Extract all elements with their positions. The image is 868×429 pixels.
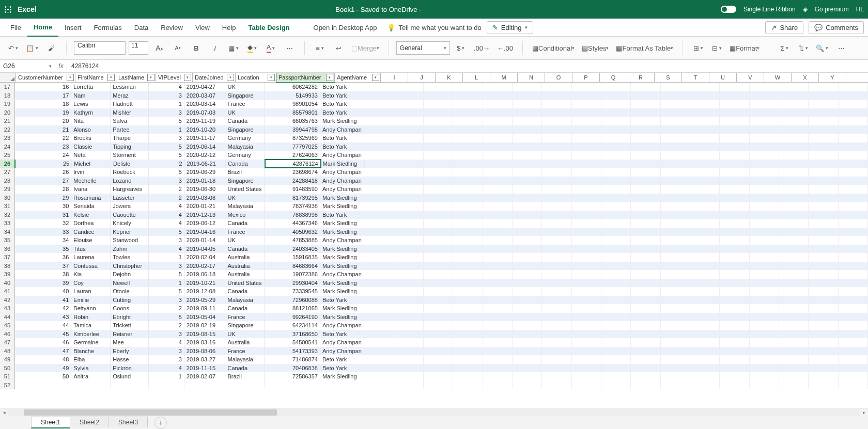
horizontal-scrollbar[interactable]: ◂ ▸ (0, 408, 868, 417)
cell-empty[interactable] (839, 236, 868, 245)
tab-review[interactable]: Review (154, 19, 189, 36)
cell-empty[interactable] (364, 185, 394, 194)
cell-empty[interactable] (424, 202, 453, 211)
cell[interactable]: 1 (149, 125, 184, 134)
cell[interactable]: Tipping (111, 142, 149, 151)
cell[interactable]: 39 (15, 279, 71, 288)
cell-empty[interactable] (513, 270, 542, 279)
cell-empty[interactable] (483, 279, 513, 288)
cell-empty[interactable] (631, 270, 660, 279)
cell-empty[interactable] (364, 355, 394, 364)
row-header[interactable]: 29 (0, 185, 15, 194)
table-row[interactable]: 3534ElouiseStanwood32020-01-14UK47853885… (0, 236, 868, 245)
cell-empty[interactable] (601, 151, 631, 160)
cell[interactable]: Classie (71, 142, 111, 151)
cell[interactable]: 5 (149, 117, 184, 125)
row-header[interactable]: 34 (0, 228, 15, 236)
cell-empty[interactable] (424, 151, 453, 160)
paste-button[interactable]: 📋 (24, 41, 40, 55)
cell-empty[interactable] (809, 134, 838, 142)
cell-empty[interactable] (542, 117, 571, 125)
cell-empty[interactable] (424, 117, 453, 125)
row-header[interactable]: 35 (0, 236, 15, 245)
cell-empty[interactable] (690, 279, 720, 288)
app-launcher-icon[interactable] (4, 6, 11, 13)
cell-empty[interactable] (809, 83, 838, 91)
cell[interactable]: Dorthea (71, 219, 111, 228)
table-row[interactable]: 3332DortheaKnicely42019-06-12Canada44367… (0, 219, 868, 228)
cell-empty[interactable] (542, 151, 571, 160)
cell[interactable]: Kepner (111, 228, 149, 236)
cell[interactable]: 47 (15, 347, 71, 356)
row-header[interactable]: 51 (0, 372, 15, 381)
cell[interactable]: 54500541 (265, 338, 320, 347)
column-header-passportnumber[interactable]: PassportNumber▾ (276, 73, 335, 82)
cell[interactable]: Beto Yark (320, 100, 364, 108)
cell-empty[interactable] (601, 211, 631, 219)
cell-empty[interactable] (572, 83, 601, 91)
cell-empty[interactable] (542, 219, 571, 228)
cell-empty[interactable] (394, 168, 424, 177)
cell-empty[interactable] (690, 381, 720, 390)
cell-empty[interactable] (720, 236, 749, 245)
cell-empty[interactable] (572, 194, 601, 202)
cell[interactable]: Roebuck (111, 168, 149, 177)
cell-empty[interactable] (631, 321, 660, 330)
cell[interactable]: Nita (71, 117, 111, 125)
cell-empty[interactable] (779, 202, 809, 211)
cell-empty[interactable] (483, 338, 513, 347)
cell[interactable]: Irvin (71, 168, 111, 177)
cell-empty[interactable] (513, 160, 542, 168)
cell[interactable]: Towles (111, 253, 149, 262)
cell[interactable]: Mark Siedling (320, 313, 364, 322)
cell[interactable]: Newell (111, 279, 149, 288)
cell[interactable]: 2019-05-04 (184, 313, 226, 322)
cell-empty[interactable] (394, 100, 424, 108)
filter-dropdown-icon[interactable]: ▾ (107, 74, 115, 81)
shrink-font-button[interactable]: A▾ (170, 41, 185, 55)
cell-empty[interactable] (720, 347, 749, 356)
cell-empty[interactable] (690, 287, 720, 296)
ribbon-overflow-button[interactable]: ⋯ (833, 41, 849, 55)
cell-empty[interactable] (601, 321, 631, 330)
conditional-format-button[interactable]: ▦ Conditional ▾ (530, 41, 577, 55)
cell[interactable]: 1 (149, 253, 184, 262)
cell[interactable]: Michel (72, 160, 111, 168)
cell-empty[interactable] (601, 83, 631, 91)
cell-empty[interactable] (453, 304, 483, 313)
cell[interactable]: Mechelle (71, 177, 111, 185)
row-header[interactable]: 41 (0, 287, 15, 296)
cell-empty[interactable] (779, 134, 809, 142)
cell-empty[interactable] (394, 355, 424, 364)
cell-empty[interactable] (690, 194, 720, 202)
cell[interactable]: Singapore (225, 321, 265, 330)
cell-empty[interactable] (364, 142, 394, 151)
column-header-T[interactable]: T (682, 73, 709, 82)
cell[interactable]: 78374938 (265, 202, 320, 211)
fill-color-button[interactable]: ◆ (244, 41, 260, 55)
cell[interactable]: Dejohn (111, 270, 149, 279)
cell-empty[interactable] (483, 381, 513, 390)
cell-empty[interactable] (690, 330, 720, 339)
cell-empty[interactable] (839, 219, 868, 228)
cell-empty[interactable] (631, 194, 660, 202)
cell[interactable]: Salva (111, 117, 149, 125)
cell[interactable]: 5 (149, 168, 184, 177)
cell-empty[interactable] (542, 355, 571, 364)
cell-empty[interactable] (631, 168, 660, 177)
cell[interactable]: Robin (71, 313, 111, 322)
cell-empty[interactable] (661, 160, 690, 168)
cell[interactable]: 70406838 (265, 364, 320, 373)
bold-button[interactable]: B (189, 41, 204, 55)
column-header-location[interactable]: Location▾ (236, 73, 276, 82)
document-title[interactable]: Book1 - Saved to OneDrive (335, 6, 417, 13)
cell[interactable]: Elouise (71, 236, 111, 245)
cell-empty[interactable] (453, 91, 483, 100)
row-header[interactable]: 38 (0, 262, 15, 271)
cell-empty[interactable] (631, 160, 661, 168)
cell[interactable]: Brazil (225, 168, 265, 177)
cell-empty[interactable] (720, 381, 749, 390)
cell[interactable]: 33 (15, 228, 71, 236)
cell-empty[interactable] (839, 287, 868, 296)
cell[interactable]: 78838998 (265, 211, 320, 219)
